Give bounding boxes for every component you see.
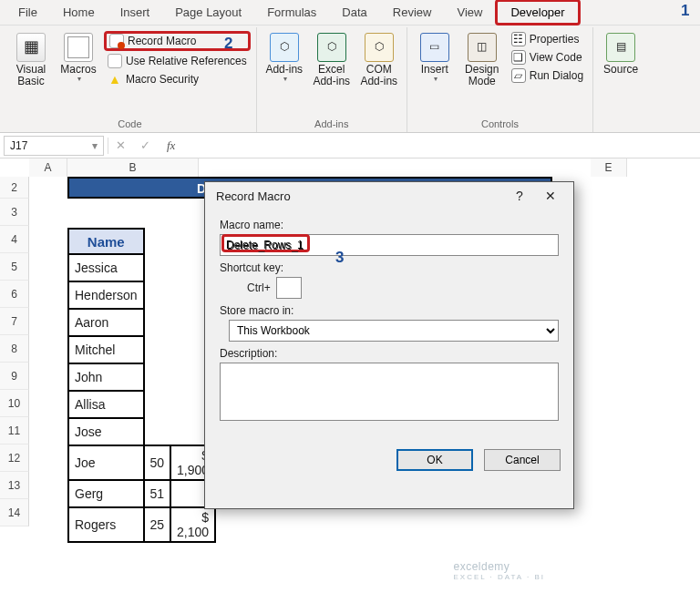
row-head[interactable]: 11 (0, 417, 29, 445)
ribbon-tabs: File Home Insert Page Layout Formulas Da… (0, 0, 700, 26)
row-head[interactable]: 5 (0, 253, 29, 281)
macro-security-button[interactable]: ▲ Macro Security (104, 71, 251, 87)
help-button[interactable]: ? (504, 184, 535, 208)
record-macro-dialog: Record Macro ? ✕ Macro name: Delete_Rows… (204, 181, 574, 509)
macros-icon (64, 33, 93, 62)
row-head[interactable]: 12 (0, 445, 29, 472)
properties-label: Properties (530, 33, 580, 46)
shortcut-key-input[interactable] (276, 277, 302, 299)
col-head-e[interactable]: E (591, 158, 627, 177)
row-head[interactable]: 6 (0, 281, 29, 308)
cell-name[interactable]: Mitchel (68, 336, 144, 363)
tab-data[interactable]: Data (329, 2, 379, 23)
cell-qty[interactable]: 50 (144, 445, 171, 480)
run-dialog-icon: ▱ (511, 68, 526, 83)
row-head[interactable]: 13 (0, 472, 29, 499)
cancel-button[interactable]: Cancel (484, 449, 561, 471)
group-controls-label: Controls (413, 117, 587, 132)
tab-developer[interactable]: Developer (495, 0, 580, 26)
col-head-a[interactable]: A (29, 158, 67, 177)
tab-page-layout[interactable]: Page Layout (162, 2, 254, 23)
tab-formulas[interactable]: Formulas (254, 2, 329, 23)
excel-addins-button[interactable]: ⬡ Excel Add-ins (310, 31, 354, 89)
annotation-2: 2 (224, 35, 232, 53)
record-macro-label: Record Macro (128, 35, 196, 47)
cell-name[interactable]: John (68, 363, 144, 391)
group-addins-label: Add-ins (262, 117, 401, 132)
cell-name[interactable]: Aaron (68, 309, 144, 336)
design-mode-icon: ◫ (468, 33, 497, 62)
row-head[interactable]: 4 (0, 226, 29, 253)
dialog-titlebar[interactable]: Record Macro ? ✕ (205, 182, 573, 210)
shortcut-label: Shortcut key: (220, 261, 559, 274)
run-dialog-label: Run Dialog (530, 69, 583, 82)
shortcut-prefix: Ctrl+ (247, 281, 271, 294)
cell-qty[interactable]: 51 (144, 480, 171, 507)
chevron-down-icon: ▾ (283, 76, 287, 84)
macro-name-label: Macro name: (220, 219, 559, 231)
row-head[interactable]: 2 (0, 177, 29, 199)
col-head-b[interactable]: B (67, 158, 199, 177)
row-head[interactable]: 10 (0, 390, 29, 417)
cell-name[interactable]: Rogers (68, 507, 144, 542)
warning-icon: ▲ (108, 72, 122, 87)
com-addins-label: COM Add-ins (359, 64, 399, 87)
excel-addins-label: Excel Add-ins (312, 64, 352, 87)
cancel-edit-icon[interactable]: ✕ (108, 138, 133, 152)
tab-home[interactable]: Home (50, 2, 108, 23)
run-dialog-button[interactable]: ▱ Run Dialog (508, 67, 587, 84)
group-xml: ▤ Source (593, 27, 648, 132)
tab-view[interactable]: View (444, 2, 495, 23)
chevron-down-icon: ▾ (434, 76, 438, 84)
macros-button[interactable]: Macros ▾ (57, 31, 100, 86)
store-macro-select[interactable]: This Workbook (229, 320, 559, 342)
ok-button[interactable]: OK (396, 449, 473, 471)
row-head[interactable]: 3 (0, 199, 29, 226)
design-mode-button[interactable]: ◫ Design Mode (460, 31, 504, 89)
insert-control-button[interactable]: ▭ Insert ▾ (413, 31, 457, 86)
name-box[interactable]: J17 ▾ (4, 136, 104, 156)
column-headers: A B E (29, 158, 700, 177)
store-label: Store macro in: (220, 304, 559, 317)
annotation-3: 3 (335, 249, 344, 267)
excel-addins-icon: ⬡ (317, 33, 346, 62)
row-head[interactable]: 8 (0, 335, 29, 363)
cell-price[interactable]: $ 2,100 (170, 507, 215, 542)
visual-basic-button[interactable]: ▦ Visual Basic (9, 31, 53, 89)
tab-insert[interactable]: Insert (108, 2, 163, 23)
row-head[interactable]: 9 (0, 363, 29, 390)
cell-name[interactable]: Jessica (68, 254, 144, 281)
close-button[interactable]: ✕ (535, 184, 566, 208)
view-code-label: View Code (530, 51, 582, 64)
group-addins: ⬡ Add-ins ▾ ⬡ Excel Add-ins ⬡ COM Add-in… (257, 27, 407, 132)
description-label: Description: (220, 347, 559, 360)
fx-icon[interactable]: fx (158, 138, 184, 153)
dialog-title: Record Macro (216, 189, 291, 203)
row-head[interactable]: 7 (0, 308, 29, 335)
macro-name-input[interactable] (220, 234, 559, 256)
com-addins-button[interactable]: ⬡ COM Add-ins (357, 31, 401, 89)
use-relative-references-button[interactable]: Use Relative References (104, 53, 251, 69)
accept-edit-icon[interactable]: ✓ (133, 138, 158, 152)
cell-qty[interactable]: 25 (144, 507, 171, 542)
source-button[interactable]: ▤ Source (599, 31, 643, 77)
tab-review[interactable]: Review (380, 2, 445, 23)
addins-button[interactable]: ⬡ Add-ins ▾ (262, 31, 306, 86)
formula-bar: J17 ▾ ✕ ✓ fx (0, 133, 700, 158)
cell-name[interactable]: Jose (68, 418, 144, 445)
tab-file[interactable]: File (5, 2, 50, 23)
group-code: ▦ Visual Basic Macros ▾ Record Macro Use… (4, 27, 257, 132)
row-head[interactable]: 14 (0, 499, 29, 526)
cell-name[interactable]: Gerg (68, 480, 144, 507)
cell-name[interactable]: Joe (68, 445, 144, 480)
cell-name[interactable]: Allisa (68, 391, 144, 418)
watermark-line2: EXCEL · DATA · BI (453, 573, 545, 581)
group-controls: ▭ Insert ▾ ◫ Design Mode ☷ Properties ❑ … (407, 27, 593, 132)
relative-refs-label: Use Relative References (126, 55, 247, 67)
description-textarea[interactable] (220, 363, 559, 421)
properties-button[interactable]: ☷ Properties (508, 31, 587, 47)
row-headers: 2 3 4 5 6 7 8 9 10 11 12 13 14 (0, 177, 29, 526)
cell-name[interactable]: Henderson (68, 281, 144, 309)
source-icon: ▤ (606, 33, 635, 62)
view-code-button[interactable]: ❑ View Code (508, 49, 587, 66)
